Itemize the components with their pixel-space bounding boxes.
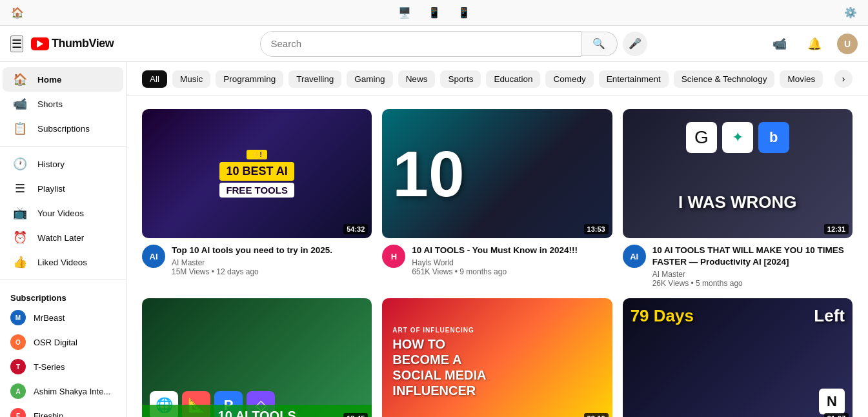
video-thumb-5: ART OF INFLUENCING HOW TOBECOME ASOCIAL …	[382, 298, 612, 417]
video-channel-2: Hayls World	[412, 258, 612, 267]
video-thumb-4: 🌐 📐 P ◇ 10 AI TOOLS 18:45	[142, 298, 372, 417]
sidebar-item-your-videos[interactable]: 📺 Your Videos	[3, 201, 123, 225]
header-right: 📹 🔔 U	[767, 32, 858, 56]
filter-gaming[interactable]: Gaming	[347, 70, 392, 88]
filter-entertainment[interactable]: Entertainment	[599, 70, 669, 88]
filter-bar: All Music Programming Travelling Gaming …	[126, 62, 868, 96]
tseries-label: T-Series	[34, 362, 65, 372]
filter-travelling[interactable]: Travelling	[288, 70, 341, 88]
sidebar-item-watch-later[interactable]: ⏰ Watch Later	[3, 225, 123, 250]
filter-news[interactable]: News	[398, 70, 436, 88]
filter-movies[interactable]: Movies	[780, 70, 823, 88]
video-meta-1: Top 10 AI tools you need to try in 2025.…	[172, 245, 372, 276]
search-icon: 🔍	[592, 37, 605, 50]
video-info-1: AI Top 10 AI tools you need to try in 20…	[142, 245, 372, 276]
sidebar-item-history-label: History	[37, 159, 65, 169]
sidebar-sub-mrbeast[interactable]: M MrBeast	[0, 305, 126, 330]
video-card-4[interactable]: 🌐 📐 P ◇ 10 AI TOOLS 18:45 T 10 AI TOOLS …	[142, 298, 372, 417]
subscriptions-icon: 📋	[13, 121, 27, 136]
sidebar-sub-fireship[interactable]: F Fireship	[0, 403, 126, 417]
video-card-6[interactable]: 79 Days Left N 31:07 N 79 Days Left — Ma…	[623, 298, 853, 417]
camera-button[interactable]: 📹	[767, 32, 792, 56]
bell-icon: 🔔	[807, 37, 822, 51]
video-thumb-6: 79 Days Left N 31:07	[623, 298, 853, 417]
main-content: All Music Programming Travelling Gaming …	[126, 62, 868, 417]
mobile-icon[interactable]: 📱	[457, 6, 471, 20]
subscriptions-title: Subscriptions	[0, 285, 126, 305]
sidebar-item-home-label: Home	[37, 75, 62, 85]
layout: 🏠 Home 📹 Shorts 📋 Subscriptions 🕐 Histor…	[0, 62, 868, 417]
mic-icon: 🎤	[629, 37, 641, 50]
sidebar-item-subscriptions-label: Subscriptions	[37, 124, 90, 134]
menu-button[interactable]: ☰	[10, 36, 23, 52]
filter-education[interactable]: Education	[486, 70, 540, 88]
video-duration-3: 12:31	[824, 224, 849, 234]
ashim-label: Ashim Shakya Inte...	[34, 387, 110, 396]
search-input[interactable]	[261, 32, 581, 56]
filter-music[interactable]: Music	[172, 70, 210, 88]
fireship-label: Fireship	[34, 411, 63, 418]
video-stats-2: 651K Views • 9 months ago	[412, 267, 612, 276]
video-duration-4: 18:45	[343, 413, 368, 417]
sidebar-sub-tseries[interactable]: T T-Series	[0, 354, 126, 379]
liked-icon: 👍	[13, 255, 27, 269]
shorts-icon: 📹	[13, 97, 27, 111]
your-videos-icon: 📺	[13, 206, 27, 220]
filter-next-button[interactable]: ›	[834, 70, 853, 88]
sidebar-item-playlist[interactable]: ☰ Playlist	[3, 176, 123, 201]
video-meta-2: 10 AI TOOLS - You Must Know in 2024!!! H…	[412, 245, 612, 276]
osr-label: OSR Digital	[34, 338, 77, 347]
video-meta-3: 10 AI TOOLS THAT WILL MAKE YOU 10 TIMES …	[652, 245, 853, 287]
playlist-icon: ☰	[13, 181, 27, 196]
sidebar-item-subscriptions[interactable]: 📋 Subscriptions	[3, 116, 123, 141]
sidebar-divider-1	[0, 146, 126, 147]
video-info-3: AI 10 AI TOOLS THAT WILL MAKE YOU 10 TIM…	[623, 245, 853, 287]
sidebar-item-shorts-label: Shorts	[37, 99, 63, 109]
sidebar-item-shorts[interactable]: 📹 Shorts	[3, 92, 123, 116]
sidebar-item-watch-later-label: Watch Later	[37, 233, 84, 243]
sidebar-item-home[interactable]: 🏠 Home	[3, 67, 123, 92]
video-channel-1: AI Master	[172, 258, 372, 267]
avatar[interactable]: U	[837, 34, 858, 54]
video-duration-5: 22:10	[584, 413, 609, 417]
video-duration-6: 31:07	[824, 413, 849, 417]
sidebar-item-playlist-label: Playlist	[37, 184, 65, 194]
channel-avatar-1: AI	[142, 245, 165, 268]
settings-icon[interactable]: ⚙️	[843, 6, 858, 20]
video-stats-3: 26K Views • 5 months ago	[652, 279, 853, 288]
tseries-avatar: T	[10, 359, 26, 374]
video-grid: ⚡! 10 BEST AI FREE TOOLS 54:32 AI Top 10…	[126, 96, 868, 417]
video-thumb-1: ⚡! 10 BEST AI FREE TOOLS 54:32	[142, 109, 372, 238]
video-card-1[interactable]: ⚡! 10 BEST AI FREE TOOLS 54:32 AI Top 10…	[142, 109, 372, 288]
sidebar-item-liked-label: Liked Videos	[37, 258, 87, 267]
video-info-2: H 10 AI TOOLS - You Must Know in 2024!!!…	[382, 245, 612, 276]
sidebar-item-history[interactable]: 🕐 History	[3, 152, 123, 176]
sidebar-sub-osr[interactable]: O OSR Digital	[0, 330, 126, 354]
sidebar-item-liked-videos[interactable]: 👍 Liked Videos	[3, 250, 123, 274]
video-thumb-3: G ✦ b I WAS WRONG 12:31	[623, 109, 853, 238]
video-title-3: 10 AI TOOLS THAT WILL MAKE YOU 10 TIMES …	[652, 245, 853, 267]
filter-comedy[interactable]: Comedy	[545, 70, 593, 88]
tablet-icon[interactable]: 📱	[427, 6, 441, 20]
search-button[interactable]: 🔍	[581, 32, 618, 56]
search-input-wrap	[260, 31, 581, 57]
video-card-2[interactable]: 10 13:53 H 10 AI TOOLS - You Must Know i…	[382, 109, 612, 288]
home-nav-icon: 🏠	[13, 72, 27, 86]
filter-programming[interactable]: Programming	[216, 70, 283, 88]
filter-all[interactable]: All	[142, 70, 167, 88]
sidebar-item-your-videos-label: Your Videos	[37, 208, 84, 218]
watch-later-icon: ⏰	[13, 230, 27, 245]
notifications-button[interactable]: 🔔	[802, 32, 827, 56]
home-icon[interactable]: 🏠	[10, 6, 25, 20]
mic-button[interactable]: 🎤	[623, 32, 647, 56]
filter-sports[interactable]: Sports	[440, 70, 481, 88]
sidebar-sub-ashim[interactable]: A Ashim Shakya Inte...	[0, 379, 126, 403]
chevron-right-icon: ›	[842, 74, 845, 84]
filter-science-tech[interactable]: Science & Technology	[674, 70, 775, 88]
video-card-5[interactable]: ART OF INFLUENCING HOW TOBECOME ASOCIAL …	[382, 298, 612, 417]
logo[interactable]: ThumbView	[31, 37, 114, 50]
video-card-3[interactable]: G ✦ b I WAS WRONG 12:31 AI 10 AI TOOLS T…	[623, 109, 853, 288]
desktop-icon[interactable]: 🖥️	[398, 6, 412, 20]
mrbeast-avatar: M	[10, 310, 26, 325]
top-bar: 🏠 🖥️ 📱 📱 ⚙️	[0, 0, 868, 26]
